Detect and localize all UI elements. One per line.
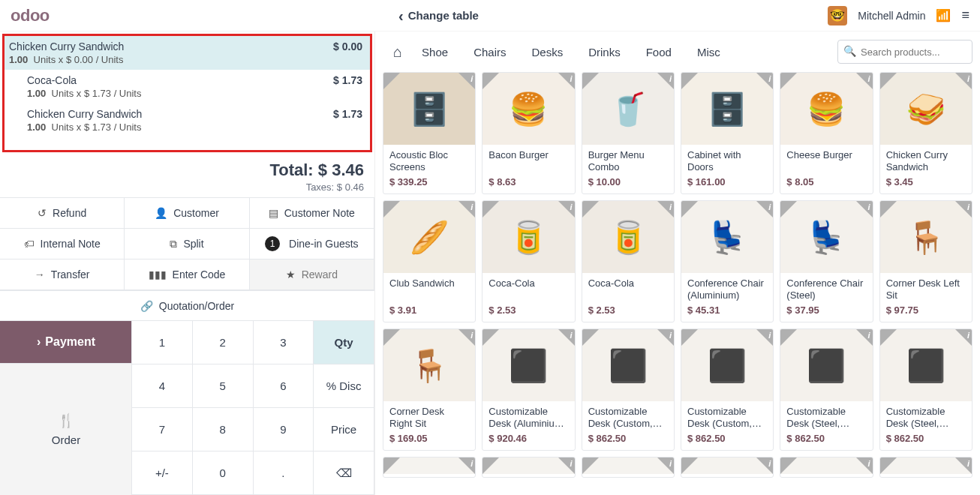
username[interactable]: Mitchell Admin — [858, 10, 925, 22]
payment-button[interactable]: › Payment — [0, 321, 132, 363]
product-card[interactable]: i💺Conference Chair (Steel)$ 37.95 — [780, 200, 873, 322]
category-desks[interactable]: Desks — [532, 46, 564, 58]
reward-button[interactable]: ★Reward — [249, 259, 374, 290]
enter-code-button[interactable]: ▮▮▮Enter Code — [124, 259, 249, 290]
product-card[interactable]: i — [780, 457, 873, 478]
internal-note-button[interactable]: 🏷Internal Note — [0, 228, 125, 260]
guests-button[interactable]: 1Dine-in Guests — [249, 228, 374, 260]
quotation-order-button[interactable]: 🔗 Quotation/Order — [0, 290, 374, 320]
arrow-right-icon: → — [35, 268, 45, 280]
tag-icon: 🏷 — [24, 238, 35, 250]
customer-button[interactable]: 👤Customer — [124, 197, 249, 229]
numpad-key-3[interactable]: 3 — [253, 320, 314, 364]
numpad-key-[interactable]: . — [253, 451, 314, 495]
product-card[interactable]: i🥤Burger Menu Combo$ 10.00 — [582, 72, 675, 194]
numpad-key-Qty[interactable]: Qty — [313, 320, 374, 364]
change-table-button[interactable]: ‹ Change table — [50, 8, 828, 23]
order-line[interactable]: Chicken Curry Sandwich$ 1.731.00 Units x… — [5, 104, 370, 137]
product-name: Conference Chair (Aluminium) — [687, 278, 767, 303]
product-price: $ 97.75 — [886, 304, 966, 316]
product-card[interactable]: i — [482, 457, 575, 478]
category-chairs[interactable]: Chairs — [473, 46, 506, 58]
search-icon: 🔍 — [843, 45, 856, 57]
numpad-key-[interactable]: +/- — [131, 451, 193, 495]
product-card[interactable]: i🥫Coca-Cola$ 2.53 — [482, 200, 575, 322]
product-name: Corner Desk Right Sit — [389, 406, 469, 431]
product-card[interactable]: i🗄️Cabinet with Doors$ 161.00 — [681, 72, 774, 194]
product-panel: ⌂ ShoeChairsDesksDrinksFoodMisc 🔍 i🗄️Aco… — [375, 32, 980, 495]
product-thumb: 🥖 — [410, 219, 449, 256]
order-line-name: Coca-Cola — [27, 74, 77, 86]
order-line-total: $ 0.00 — [333, 40, 362, 52]
barcode-icon: ▮▮▮ — [149, 268, 167, 280]
product-card[interactable]: i💺Conference Chair (Aluminium)$ 45.31 — [681, 200, 774, 322]
category-shoe[interactable]: Shoe — [422, 46, 448, 58]
hamburger-icon[interactable]: ≡ — [961, 8, 969, 23]
info-icon: i — [470, 202, 473, 212]
product-card[interactable]: i🥖Club Sandwich$ 3.91 — [383, 200, 476, 322]
product-name: Coca-Cola — [488, 278, 568, 303]
info-icon: i — [669, 331, 672, 340]
order-button[interactable]: 🍴 Order — [0, 363, 132, 495]
numpad-key-6[interactable]: 6 — [253, 364, 314, 408]
numpad-key-0[interactable]: 0 — [192, 451, 254, 495]
customer-note-button[interactable]: ▤Customer Note — [249, 197, 374, 229]
product-card[interactable]: i⬛Customizable Desk (Custom,…$ 862.50 — [582, 328, 675, 451]
order-line[interactable]: Coca-Cola$ 1.731.00 Units x $ 1.73 / Uni… — [5, 70, 370, 104]
product-thumb: 🥫 — [609, 219, 648, 256]
numpad-key-9[interactable]: 9 — [253, 407, 314, 452]
product-thumb: ⬛ — [807, 347, 846, 384]
numpad-key-5[interactable]: 5 — [192, 364, 254, 408]
cutlery-icon: 🍴 — [58, 412, 74, 429]
product-name: Customizable Desk (Custom,… — [588, 406, 668, 431]
numpad-key-Price[interactable]: Price — [313, 407, 374, 452]
product-card[interactable]: i🥫Coca-Cola$ 2.53 — [582, 200, 675, 322]
product-price: $ 3.45 — [886, 176, 966, 188]
product-card[interactable]: i — [582, 457, 675, 478]
refund-button[interactable]: ↺Refund — [0, 197, 125, 229]
product-card[interactable]: i — [879, 457, 972, 478]
info-icon: i — [768, 202, 771, 212]
numpad-key-[interactable]: ⌫ — [313, 451, 374, 495]
order-line[interactable]: Chicken Curry Sandwich$ 0.001.00 Units x… — [5, 36, 370, 70]
category-misc[interactable]: Misc — [697, 46, 720, 58]
product-thumb: ⬛ — [906, 347, 945, 384]
product-thumb: 💺 — [807, 219, 846, 256]
category-food[interactable]: Food — [646, 46, 672, 58]
info-icon: i — [868, 74, 870, 83]
category-drinks[interactable]: Drinks — [588, 46, 621, 58]
info-icon: i — [570, 202, 573, 212]
product-card[interactable]: i🍔Cheese Burger$ 8.05 — [780, 72, 873, 194]
numpad-key-7[interactable]: 7 — [131, 407, 193, 452]
product-card[interactable]: i⬛Customizable Desk (Aluminiu…$ 920.46 — [482, 328, 575, 451]
product-card[interactable]: i🍔Bacon Burger$ 8.63 — [482, 72, 575, 194]
wifi-icon: 📶 — [936, 8, 951, 22]
product-card[interactable]: i⬛Customizable Desk (Steel,…$ 862.50 — [780, 328, 873, 451]
product-price: $ 2.53 — [488, 304, 568, 316]
home-icon[interactable]: ⌂ — [383, 44, 413, 61]
product-thumb: 🗄️ — [708, 91, 747, 128]
product-card[interactable]: i🪑Corner Desk Right Sit$ 169.05 — [383, 328, 476, 451]
product-card[interactable]: i🥪Chicken Curry Sandwich$ 3.45 — [879, 72, 972, 194]
product-price: $ 862.50 — [687, 433, 767, 444]
product-card[interactable]: i🪑Corner Desk Left Sit$ 97.75 — [879, 200, 972, 322]
numpad-key-2[interactable]: 2 — [192, 320, 254, 364]
product-card[interactable]: i🗄️Acoustic Bloc Screens$ 339.25 — [383, 72, 476, 194]
product-thumb: 🥫 — [509, 219, 548, 256]
note-icon: ▤ — [269, 207, 278, 219]
product-card[interactable]: i⬛Customizable Desk (Custom,…$ 862.50 — [681, 328, 774, 451]
numpad-key-4[interactable]: 4 — [131, 364, 193, 408]
product-card[interactable]: i⬛Customizable Desk (Steel,…$ 862.50 — [879, 328, 972, 451]
search-input[interactable] — [837, 40, 972, 64]
numpad-key-8[interactable]: 8 — [192, 407, 254, 452]
numpad-key-Disc[interactable]: % Disc — [313, 364, 374, 408]
product-card[interactable]: i — [681, 457, 774, 478]
split-button[interactable]: ⧉Split — [124, 228, 249, 260]
numpad-key-1[interactable]: 1 — [131, 320, 193, 364]
product-search[interactable]: 🔍 — [837, 40, 972, 64]
transfer-button[interactable]: →Transfer — [0, 259, 125, 290]
avatar[interactable]: 🤓 — [828, 6, 847, 26]
info-icon: i — [868, 202, 870, 212]
product-card[interactable]: i — [383, 457, 476, 478]
product-thumb: 🍔 — [509, 91, 548, 128]
